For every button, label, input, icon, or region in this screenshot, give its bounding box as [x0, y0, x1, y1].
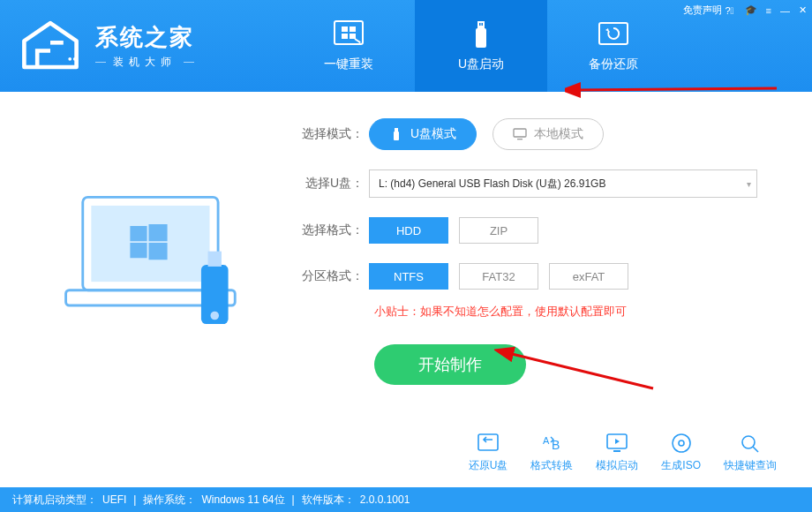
generate-iso-button[interactable]: 生成ISO — [661, 432, 701, 473]
mode-usb-button[interactable]: U盘模式 — [369, 118, 477, 150]
svg-point-25 — [742, 436, 755, 448]
svg-text:A: A — [543, 435, 550, 446]
svg-rect-5 — [479, 23, 481, 26]
partition-ntfs-button[interactable]: NTFS — [369, 263, 448, 290]
status-bar: 计算机启动类型：UEFI | 操作系统：Windows 11 64位 | 软件版… — [0, 487, 812, 512]
shortcut-lookup-button[interactable]: 快捷键查询 — [724, 432, 777, 473]
svg-rect-6 — [482, 23, 484, 26]
svg-point-13 — [210, 312, 219, 320]
tab-usb-boot[interactable]: U盘启动 — [415, 0, 547, 92]
restore-usb-button[interactable]: 还原U盘 — [469, 432, 508, 473]
house-logo-icon — [18, 19, 83, 72]
svg-rect-7 — [599, 23, 628, 44]
svg-rect-3 — [476, 28, 486, 48]
mode-local-button[interactable]: 本地模式 — [492, 118, 604, 150]
simulate-boot-button[interactable]: 模拟启动 — [596, 432, 638, 473]
partition-exfat-button[interactable]: exFAT — [549, 263, 628, 290]
config-tip: 小贴士：如果不知道怎么配置，使用默认配置即可 — [374, 304, 777, 320]
format-zip-button[interactable]: ZIP — [459, 217, 538, 244]
mode-label: 选择模式 — [291, 126, 369, 142]
windows-icon — [331, 19, 366, 51]
svg-point-23 — [673, 434, 690, 452]
partition-label: 分区格式 — [291, 268, 369, 284]
usb-select-label: 选择U盘 — [291, 176, 369, 192]
format-hdd-button[interactable]: HDD — [369, 217, 448, 244]
app-title: 系统之家 — [95, 22, 194, 53]
app-logo: 系统之家 装机大师 — [0, 0, 282, 92]
svg-rect-17 — [517, 139, 523, 139]
usb-select-dropdown[interactable]: L: (hd4) General USB Flash Disk (U盘) 26.… — [369, 169, 757, 198]
svg-rect-18 — [478, 434, 498, 450]
format-label: 选择格式 — [291, 222, 369, 238]
menu-icon[interactable]: ≡ — [766, 5, 771, 16]
svg-rect-4 — [477, 21, 485, 28]
usb-small-icon — [389, 127, 403, 141]
svg-rect-14 — [394, 132, 399, 140]
tab-backup-label: 备份还原 — [589, 56, 638, 72]
svg-rect-16 — [514, 129, 526, 137]
tab-usb-boot-label: U盘启动 — [458, 56, 504, 72]
monitor-small-icon — [513, 127, 527, 141]
partition-fat32-button[interactable]: FAT32 — [459, 263, 538, 290]
minimize-button[interactable]: — — [780, 5, 790, 16]
svg-rect-12 — [208, 252, 222, 267]
tab-reinstall[interactable]: 一键重装 — [282, 0, 415, 92]
grad-cap-icon[interactable]: 🎓 — [745, 4, 757, 16]
app-subtitle: 装机大师 — [95, 55, 194, 70]
tab-reinstall-label: 一键重装 — [324, 56, 373, 72]
svg-point-1 — [73, 57, 77, 61]
question-icon: ?⃝ — [724, 4, 736, 17]
svg-point-24 — [679, 440, 684, 446]
start-create-button[interactable]: 开始制作 — [374, 344, 526, 385]
chevron-down-icon: ▾ — [747, 179, 751, 189]
usb-select-value: L: (hd4) General USB Flash Disk (U盘) 26.… — [379, 177, 605, 192]
close-button[interactable]: ✕ — [799, 4, 807, 16]
usb-drive-icon — [463, 19, 499, 51]
svg-rect-15 — [395, 128, 398, 132]
tab-backup[interactable]: 备份还原 — [547, 0, 680, 92]
laptop-usb-illustration — [35, 118, 282, 385]
format-convert-button[interactable]: AB 格式转换 — [530, 432, 573, 473]
disclaimer-link[interactable]: 免责声明 ?⃝ — [683, 4, 736, 17]
restore-icon — [596, 19, 631, 51]
svg-point-0 — [68, 57, 71, 61]
svg-rect-22 — [613, 450, 620, 452]
